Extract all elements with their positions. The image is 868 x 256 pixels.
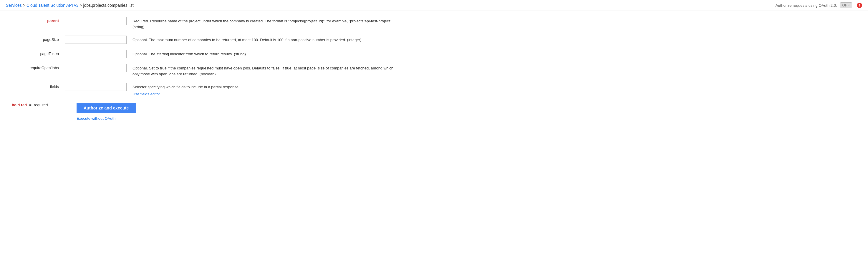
execute-without-oauth-link[interactable]: Execute without OAuth	[76, 116, 136, 121]
breadcrumb-api-link[interactable]: Cloud Talent Solution API v3	[27, 3, 78, 8]
input-requireopenjobs[interactable]	[65, 64, 127, 72]
breadcrumb-services-link[interactable]: Services	[6, 3, 22, 8]
oauth-info-icon[interactable]: !	[857, 3, 862, 8]
label-requireopenjobs: requireOpenJobs	[12, 64, 59, 70]
input-col-pagesize	[65, 36, 127, 44]
legend-bold-red: bold red	[12, 103, 27, 107]
input-col-fields	[65, 83, 127, 91]
field-row-fields: fields Selector specifying which fields …	[12, 83, 856, 97]
legend-required-text: required	[34, 103, 48, 107]
label-pagesize: pageSize	[12, 36, 59, 42]
legend-actions-row: bold red = required Authorize and execut…	[12, 103, 856, 121]
label-pagetoken: pageToken	[12, 50, 59, 56]
desc-parent: Required. Resource name of the project u…	[132, 17, 398, 30]
label-fields: fields	[12, 83, 59, 89]
oauth-label: Authorize requests using OAuth 2.0:	[776, 3, 837, 8]
actions-col: Authorize and execute Execute without OA…	[76, 103, 136, 121]
main-content: parent Required. Resource name of the pr…	[0, 11, 868, 132]
header: Services > Cloud Talent Solution API v3 …	[0, 0, 868, 11]
breadcrumb-sep1: >	[23, 3, 25, 8]
field-row-requireopenjobs: requireOpenJobs Optional. Set to true if…	[12, 64, 856, 77]
authorize-execute-button[interactable]: Authorize and execute	[76, 103, 136, 113]
input-col-parent	[65, 17, 127, 25]
breadcrumb: Services > Cloud Talent Solution API v3 …	[6, 3, 134, 8]
legend-row: bold red = required	[12, 103, 59, 107]
toggle-off-label: OFF	[840, 3, 852, 8]
legend-equals: =	[29, 103, 31, 107]
oauth-section: Authorize requests using OAuth 2.0: OFF …	[776, 2, 862, 8]
input-pagesize[interactable]	[65, 36, 127, 44]
input-parent[interactable]	[65, 17, 127, 25]
desc-pagesize: Optional. The maximum number of companie…	[132, 36, 361, 43]
input-col-requireopenjobs	[65, 64, 127, 72]
field-row-parent: parent Required. Resource name of the pr…	[12, 17, 856, 30]
input-col-pagetoken	[65, 50, 127, 58]
oauth-toggle[interactable]: OFF	[840, 2, 852, 8]
desc-requireopenjobs: Optional. Set to true if the companies r…	[132, 64, 398, 77]
field-row-pagesize: pageSize Optional. The maximum number of…	[12, 36, 856, 44]
label-parent: parent	[12, 17, 59, 23]
use-fields-editor-link[interactable]: Use fields editor	[132, 91, 239, 97]
desc-pagetoken: Optional. The starting indicator from wh…	[132, 50, 246, 57]
breadcrumb-sep2: >	[80, 3, 82, 8]
input-fields[interactable]	[65, 83, 127, 91]
legend-col: bold red = required	[12, 103, 59, 112]
breadcrumb-method: jobs.projects.companies.list	[83, 3, 133, 8]
field-row-pagetoken: pageToken Optional. The starting indicat…	[12, 50, 856, 58]
desc-fields: Selector specifying which fields to incl…	[132, 83, 239, 97]
input-pagetoken[interactable]	[65, 50, 127, 58]
